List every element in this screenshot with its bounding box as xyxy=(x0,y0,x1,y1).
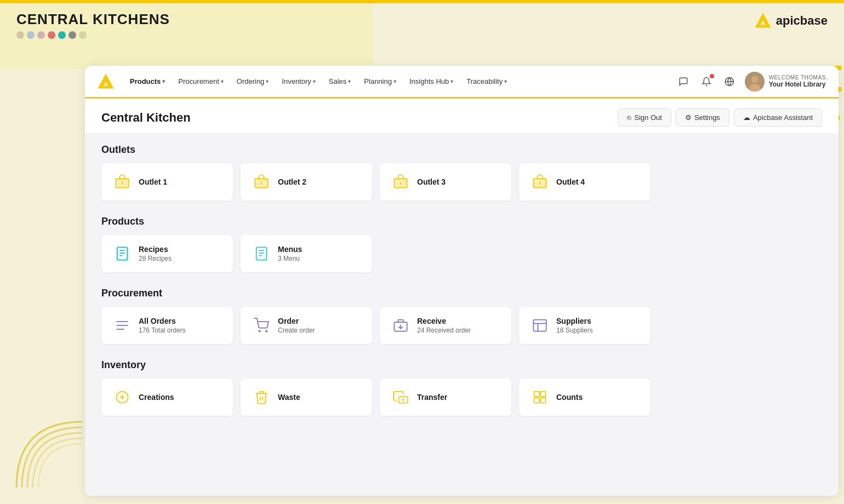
nav-planning[interactable]: Planning ▾ xyxy=(358,74,402,89)
outlets-section-title: Outlets xyxy=(101,144,822,156)
sign-out-button[interactable]: ⎋ Sign Out xyxy=(618,108,671,127)
app-title: CENTRAL KITCHENS xyxy=(16,11,170,28)
chat-icon-button[interactable] xyxy=(676,74,691,89)
nav-traceability[interactable]: Traceability ▾ xyxy=(461,74,512,89)
chevron-down-icon: ▾ xyxy=(162,78,165,84)
all-orders-sub: 176 Total orders xyxy=(139,327,186,334)
waste-label: Waste xyxy=(278,393,300,402)
navbar: A Products ▾ Procurement ▾ Ordering ▾ In… xyxy=(85,66,839,99)
chevron-down-icon: ▾ xyxy=(504,78,507,84)
apicbase-assistant-button[interactable]: ☁ Apicbase Assistant xyxy=(734,108,822,127)
order-icon xyxy=(252,316,271,335)
nav-ordering[interactable]: Ordering ▾ xyxy=(231,74,275,89)
order-card[interactable]: Order Create order xyxy=(241,307,372,344)
waste-card[interactable]: Waste xyxy=(241,379,372,416)
chevron-down-icon: ▾ xyxy=(450,78,453,84)
chevron-down-icon: ▾ xyxy=(313,78,316,84)
nav-inventory[interactable]: Inventory ▾ xyxy=(276,74,321,89)
recipes-card[interactable]: Recipes 28 Recipes xyxy=(101,235,233,272)
apicbase-logo-text: apicbase xyxy=(776,14,828,28)
settings-button[interactable]: ⚙ Settings xyxy=(676,108,729,127)
products-section-title: Products xyxy=(101,216,822,227)
dot-2 xyxy=(27,31,35,39)
counts-icon xyxy=(530,387,550,407)
content-area: Outlets Outlet 1 xyxy=(85,133,839,496)
outlet-3-card[interactable]: Outlet 3 xyxy=(380,163,511,201)
transfer-card[interactable]: Transfer xyxy=(380,379,511,416)
creations-icon xyxy=(112,387,132,407)
nav-procurement[interactable]: Procurement ▾ xyxy=(173,74,229,89)
outlet-4-label: Outlet 4 xyxy=(556,177,585,186)
dot-1 xyxy=(16,31,24,39)
all-orders-icon xyxy=(112,316,132,335)
cloud-icon: ☁ xyxy=(743,113,750,122)
svg-text:A: A xyxy=(104,81,109,88)
nav-sales[interactable]: Sales ▾ xyxy=(323,74,357,89)
receive-card[interactable]: Receive 24 Received order xyxy=(380,307,511,344)
suppliers-icon xyxy=(530,316,550,335)
nav-icon-group xyxy=(676,74,737,89)
nav-insights-hub[interactable]: Insights Hub ▾ xyxy=(404,74,459,89)
notification-badge xyxy=(710,74,714,78)
transfer-icon xyxy=(391,387,410,407)
outlets-section: Outlets Outlet 1 xyxy=(101,144,822,201)
suppliers-card[interactable]: Suppliers 18 Suppliers xyxy=(519,307,651,344)
svg-rect-36 xyxy=(533,320,546,331)
chevron-down-icon: ▾ xyxy=(348,78,351,84)
recipes-icon xyxy=(112,244,132,264)
svg-text:A: A xyxy=(760,20,765,27)
inventory-section: Inventory Creations xyxy=(101,359,822,416)
counts-label: Counts xyxy=(556,393,583,402)
nav-products[interactable]: Products ▾ xyxy=(124,74,170,89)
counts-card[interactable]: Counts xyxy=(519,379,651,416)
procurement-cards-row: All Orders 176 Total orders Order xyxy=(101,307,822,344)
settings-icon: ⚙ xyxy=(685,113,692,122)
bottom-left-decoration xyxy=(11,416,88,493)
products-cards-row: Recipes 28 Recipes Menus xyxy=(101,235,822,272)
svg-rect-44 xyxy=(540,392,545,397)
receive-icon xyxy=(391,316,410,335)
notification-icon-button[interactable] xyxy=(699,74,714,89)
chevron-down-icon: ▾ xyxy=(221,78,224,84)
user-info: WELCOME THOMAS, Your Hotel Library xyxy=(745,72,828,91)
outlet-icon xyxy=(530,172,550,192)
creations-card[interactable]: Creations xyxy=(101,379,233,416)
menus-label: Menus xyxy=(278,245,302,254)
dot-6 xyxy=(69,31,76,39)
user-avatar xyxy=(745,72,765,91)
apicbase-logo-icon: A xyxy=(753,11,773,31)
color-dots xyxy=(16,31,170,39)
procurement-section: Procurement All Orders 176 Total orders xyxy=(101,288,822,344)
menus-icon xyxy=(252,244,271,264)
outlet-4-card[interactable]: Outlet 4 xyxy=(519,163,651,201)
outlet-1-card[interactable]: Outlet 1 xyxy=(101,163,233,201)
user-subtitle: Your Hotel Library xyxy=(769,81,828,88)
dot-7 xyxy=(79,31,87,39)
procurement-section-title: Procurement xyxy=(101,288,822,299)
svg-point-32 xyxy=(259,330,260,331)
svg-rect-45 xyxy=(534,398,539,403)
svg-point-7 xyxy=(751,76,758,83)
outlets-cards-row: Outlet 1 Outlet 2 xyxy=(101,163,822,201)
svg-rect-21 xyxy=(117,247,128,260)
receive-sub: 24 Received order xyxy=(417,327,471,334)
apicbase-logo: A apicbase xyxy=(753,11,828,31)
svg-point-33 xyxy=(266,330,267,331)
menus-card[interactable]: Menus 3 Menu xyxy=(241,235,372,272)
outlet-2-card[interactable]: Outlet 2 xyxy=(241,163,372,201)
user-welcome: WELCOME THOMAS, xyxy=(769,75,828,81)
suppliers-sub: 18 Suppliers xyxy=(556,327,593,334)
outlet-icon xyxy=(112,172,132,192)
page-title: Central Kitchen xyxy=(101,111,191,125)
suppliers-label: Suppliers xyxy=(556,317,593,325)
chevron-down-icon: ▾ xyxy=(394,78,396,84)
all-orders-card[interactable]: All Orders 176 Total orders xyxy=(101,307,233,344)
outlet-icon xyxy=(391,172,410,192)
inventory-section-title: Inventory xyxy=(101,359,822,371)
globe-icon-button[interactable] xyxy=(722,74,737,89)
svg-rect-46 xyxy=(540,398,545,403)
dot-5 xyxy=(58,31,66,39)
recipes-label: Recipes xyxy=(139,245,172,254)
header-buttons: ⎋ Sign Out ⚙ Settings ☁ Apicbase Assista… xyxy=(618,108,822,127)
menus-sub: 3 Menu xyxy=(278,255,302,262)
